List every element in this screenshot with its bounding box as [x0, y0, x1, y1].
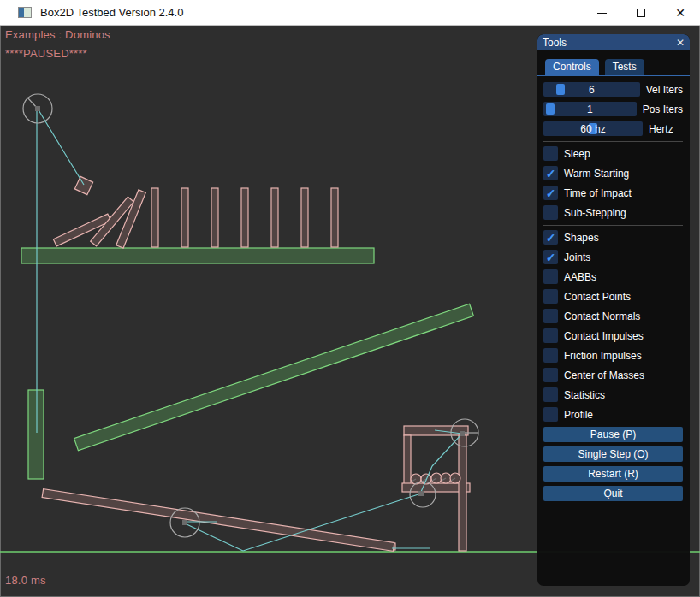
- checkbox-aabbs[interactable]: [543, 269, 558, 284]
- checkmark-icon: ✓: [546, 251, 556, 263]
- check-row-sub-stepping: Sub-Stepping: [543, 205, 683, 220]
- dynamic-body[interactable]: [74, 176, 92, 194]
- slider-pos-iters[interactable]: 1: [543, 102, 637, 116]
- check-row-center-of-masses: Center of Masses: [543, 368, 683, 382]
- slider-row-hertz: 60 hzHertz: [543, 121, 683, 136]
- check-row-sleep: Sleep: [543, 146, 683, 161]
- check-label-contact-normals: Contact Normals: [564, 310, 640, 322]
- checkbox-friction-impulses[interactable]: [543, 348, 558, 363]
- check-label-profile: Profile: [564, 409, 593, 421]
- checkbox-shapes[interactable]: ✓: [543, 230, 558, 245]
- dynamic-body[interactable]: [151, 188, 158, 247]
- dynamic-body[interactable]: [459, 435, 466, 551]
- panel-body: 6Vel Iters1Pos Iters60 hzHertzSleep✓Warm…: [537, 76, 690, 501]
- checkbox-center-of-masses[interactable]: [543, 368, 558, 382]
- restart-r-button[interactable]: Restart (R): [543, 466, 683, 482]
- frame-time-label: 18.0 ms: [5, 574, 46, 587]
- check-label-center-of-masses: Center of Masses: [564, 369, 644, 381]
- static-body[interactable]: [21, 248, 374, 263]
- checkbox-contact-points[interactable]: [543, 289, 558, 304]
- tools-panel-close-icon[interactable]: ✕: [676, 37, 685, 49]
- tools-panel-titlebar[interactable]: Tools ✕: [537, 34, 690, 50]
- dynamic-body[interactable]: [271, 188, 278, 247]
- check-row-contact-impulses: Contact Impulses: [543, 328, 683, 343]
- checkmark-icon: ✓: [546, 187, 556, 199]
- maximize-button[interactable]: [621, 0, 661, 26]
- dynamic-body[interactable]: [42, 489, 394, 552]
- checkbox-profile[interactable]: [543, 407, 558, 422]
- slider-value-pos-iters: 1: [543, 102, 637, 116]
- check-label-contact-points: Contact Points: [564, 291, 631, 303]
- dynamic-body[interactable]: [181, 188, 188, 247]
- app-window: Examples : Dominos ****PAUSED**** 18.0 m…: [0, 0, 700, 597]
- checkbox-warm-starting[interactable]: ✓: [543, 166, 558, 180]
- tab-tests[interactable]: Tests: [605, 59, 644, 75]
- check-row-warm-starting: ✓Warm Starting: [543, 166, 683, 180]
- checkbox-statistics[interactable]: [543, 387, 558, 402]
- check-row-profile: Profile: [543, 407, 683, 422]
- check-row-shapes: ✓Shapes: [543, 230, 683, 245]
- tools-panel-title: Tools: [543, 37, 676, 49]
- dynamic-body[interactable]: [331, 188, 338, 247]
- slider-vel-iters[interactable]: 6: [543, 82, 640, 97]
- example-label: Examples : Dominos: [5, 28, 110, 41]
- static-body[interactable]: [28, 390, 44, 479]
- minimize-icon: [597, 13, 607, 14]
- window-titlebar[interactable]: Box2D Testbed Version 2.4.0 ✕: [0, 0, 700, 26]
- checkbox-sub-stepping[interactable]: [543, 205, 558, 220]
- check-row-time-of-impact: ✓Time of Impact: [543, 186, 683, 200]
- check-row-aabbs: AABBs: [543, 269, 683, 284]
- dynamic-body[interactable]: [116, 190, 146, 248]
- check-label-shapes: Shapes: [564, 232, 599, 244]
- check-label-friction-impulses: Friction Impulses: [564, 350, 642, 362]
- check-label-sleep: Sleep: [564, 148, 590, 160]
- checkmark-icon: ✓: [546, 168, 556, 180]
- anchor-marker: [35, 106, 40, 111]
- check-row-contact-points: Contact Points: [543, 289, 683, 304]
- check-label-time-of-impact: Time of Impact: [564, 187, 632, 199]
- dynamic-body[interactable]: [301, 188, 308, 247]
- dynamic-body[interactable]: [211, 188, 218, 247]
- single-step-o-button[interactable]: Single Step (O): [543, 446, 683, 462]
- tab-controls[interactable]: Controls: [545, 59, 599, 75]
- separator: [543, 225, 683, 226]
- dynamic-body[interactable]: [404, 435, 411, 488]
- dynamic-body[interactable]: [241, 188, 248, 247]
- checkbox-contact-impulses[interactable]: [543, 328, 558, 343]
- check-row-statistics: Statistics: [543, 387, 683, 402]
- tools-panel: Tools ✕ ControlsTests 6Vel Iters1Pos Ite…: [537, 34, 690, 586]
- checkbox-sleep[interactable]: [543, 146, 558, 161]
- check-label-joints: Joints: [564, 251, 590, 263]
- slider-hertz[interactable]: 60 hz: [543, 121, 643, 136]
- checkbox-joints[interactable]: ✓: [543, 250, 558, 264]
- window-controls: ✕: [582, 0, 700, 26]
- joint-line: [185, 523, 243, 551]
- check-label-sub-stepping: Sub-Stepping: [564, 207, 626, 219]
- slider-label-hertz: Hertz: [649, 123, 673, 135]
- slider-row-pos-iters: 1Pos Iters: [543, 102, 683, 116]
- checkmark-icon: ✓: [546, 232, 556, 244]
- check-label-statistics: Statistics: [564, 389, 605, 401]
- joint-line: [432, 434, 462, 466]
- minimize-button[interactable]: [582, 0, 621, 26]
- check-label-warm-starting: Warm Starting: [564, 168, 629, 180]
- slider-label-pos-iters: Pos Iters: [643, 103, 683, 115]
- slider-value-hertz: 60 hz: [543, 121, 643, 136]
- close-button[interactable]: ✕: [661, 0, 700, 26]
- checkbox-contact-normals[interactable]: [543, 309, 558, 323]
- slider-label-vel-iters: Vel Iters: [646, 84, 683, 96]
- tab-bar: ControlsTests: [537, 50, 690, 76]
- app-icon: [18, 7, 32, 18]
- window-title: Box2D Testbed Version 2.4.0: [40, 6, 183, 19]
- separator: [543, 141, 683, 142]
- quit-button[interactable]: Quit: [543, 486, 683, 501]
- slider-row-vel-iters: 6Vel Iters: [543, 82, 683, 97]
- close-icon: ✕: [675, 7, 685, 19]
- slider-value-vel-iters: 6: [543, 82, 640, 97]
- pause-p-button[interactable]: Pause (P): [543, 427, 683, 442]
- check-row-contact-normals: Contact Normals: [543, 309, 683, 323]
- checkbox-time-of-impact[interactable]: ✓: [543, 186, 558, 200]
- check-label-aabbs: AABBs: [564, 271, 596, 283]
- check-row-joints: ✓Joints: [543, 250, 683, 264]
- paused-label: ****PAUSED****: [5, 47, 87, 60]
